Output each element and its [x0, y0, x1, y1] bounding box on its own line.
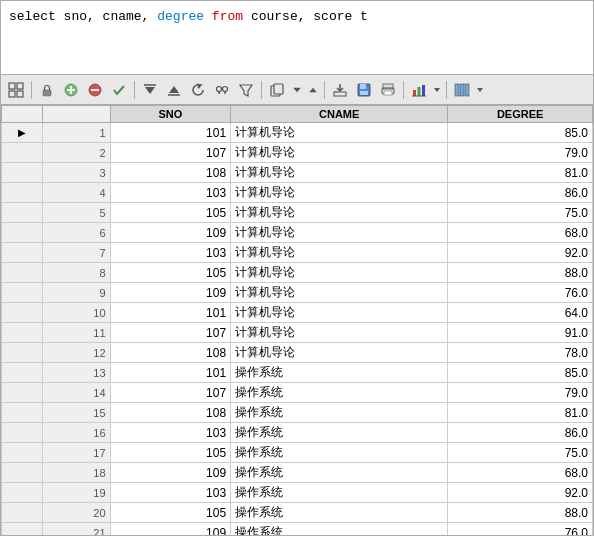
cell-degree[interactable]: 86.0	[448, 183, 593, 203]
table-row[interactable]: 8105计算机导论88.0	[2, 263, 593, 283]
cell-sno[interactable]: 109	[110, 223, 231, 243]
cell-cname[interactable]: 计算机导论	[231, 323, 448, 343]
cell-degree[interactable]: 81.0	[448, 403, 593, 423]
search-button[interactable]	[211, 79, 233, 101]
cell-cname[interactable]: 计算机导论	[231, 163, 448, 183]
cell-cname[interactable]: 操作系统	[231, 363, 448, 383]
cell-cname[interactable]: 计算机导论	[231, 143, 448, 163]
cell-degree[interactable]: 75.0	[448, 203, 593, 223]
cell-cname[interactable]: 计算机导论	[231, 243, 448, 263]
cell-degree[interactable]: 76.0	[448, 283, 593, 303]
cell-degree[interactable]: 85.0	[448, 363, 593, 383]
cell-cname[interactable]: 操作系统	[231, 463, 448, 483]
cell-sno[interactable]: 105	[110, 203, 231, 223]
cell-degree[interactable]: 85.0	[448, 123, 593, 143]
cell-sno[interactable]: 101	[110, 303, 231, 323]
cell-cname[interactable]: 计算机导论	[231, 123, 448, 143]
cell-cname[interactable]: 操作系统	[231, 423, 448, 443]
table-row[interactable]: 9109计算机导论76.0	[2, 283, 593, 303]
cell-sno[interactable]: 103	[110, 423, 231, 443]
cell-degree[interactable]: 79.0	[448, 143, 593, 163]
sort-asc-button[interactable]	[163, 79, 185, 101]
apply-button[interactable]	[108, 79, 130, 101]
cell-sno[interactable]: 109	[110, 523, 231, 537]
cell-cname[interactable]: 计算机导论	[231, 283, 448, 303]
table-row[interactable]: 16103操作系统86.0	[2, 423, 593, 443]
cell-sno[interactable]: 105	[110, 443, 231, 463]
cell-sno[interactable]: 107	[110, 143, 231, 163]
cell-sno[interactable]: 109	[110, 463, 231, 483]
table-row[interactable]: 7103计算机导论92.0	[2, 243, 593, 263]
columns-dropdown-button[interactable]	[475, 79, 485, 101]
table-row[interactable]: 19103操作系统92.0	[2, 483, 593, 503]
cell-sno[interactable]: 101	[110, 123, 231, 143]
cell-sno[interactable]: 109	[110, 283, 231, 303]
cell-sno[interactable]: 105	[110, 263, 231, 283]
table-row[interactable]: 3108计算机导论81.0	[2, 163, 593, 183]
cell-cname[interactable]: 操作系统	[231, 483, 448, 503]
refresh-button[interactable]	[187, 79, 209, 101]
cell-degree[interactable]: 91.0	[448, 323, 593, 343]
cell-degree[interactable]: 75.0	[448, 443, 593, 463]
cell-degree[interactable]: 64.0	[448, 303, 593, 323]
table-row[interactable]: 4103计算机导论86.0	[2, 183, 593, 203]
expand-button[interactable]	[290, 79, 304, 101]
cell-cname[interactable]: 计算机导论	[231, 223, 448, 243]
table-row[interactable]: 14107操作系统79.0	[2, 383, 593, 403]
sort-desc-button[interactable]	[139, 79, 161, 101]
lock-button[interactable]	[36, 79, 58, 101]
table-row[interactable]: 6109计算机导论68.0	[2, 223, 593, 243]
data-grid[interactable]: SNO CNAME DEGREE ▶1101计算机导论85.02107计算机导论…	[0, 105, 594, 536]
cell-sno[interactable]: 103	[110, 483, 231, 503]
sql-editor[interactable]: select sno, cname, degree from course, s…	[0, 0, 594, 75]
cname-header[interactable]: CNAME	[231, 106, 448, 123]
cell-degree[interactable]: 81.0	[448, 163, 593, 183]
cell-sno[interactable]: 108	[110, 403, 231, 423]
cell-degree[interactable]: 88.0	[448, 263, 593, 283]
cell-cname[interactable]: 操作系统	[231, 443, 448, 463]
cell-cname[interactable]: 计算机导论	[231, 263, 448, 283]
cell-sno[interactable]: 108	[110, 343, 231, 363]
table-row[interactable]: 12108计算机导论78.0	[2, 343, 593, 363]
add-button[interactable]	[60, 79, 82, 101]
cell-degree[interactable]: 92.0	[448, 483, 593, 503]
table-row[interactable]: 21109操作系统76.0	[2, 523, 593, 537]
cell-cname[interactable]: 操作系统	[231, 403, 448, 423]
cell-cname[interactable]: 计算机导论	[231, 203, 448, 223]
sno-header[interactable]: SNO	[110, 106, 231, 123]
cell-sno[interactable]: 105	[110, 503, 231, 523]
cell-sno[interactable]: 107	[110, 323, 231, 343]
cell-sno[interactable]: 107	[110, 383, 231, 403]
cell-cname[interactable]: 计算机导论	[231, 183, 448, 203]
columns-button[interactable]	[451, 79, 473, 101]
cell-cname[interactable]: 计算机导论	[231, 343, 448, 363]
degree-header[interactable]: DEGREE	[448, 106, 593, 123]
save-button[interactable]	[353, 79, 375, 101]
copy-button[interactable]	[266, 79, 288, 101]
cell-degree[interactable]: 68.0	[448, 463, 593, 483]
cell-degree[interactable]: 88.0	[448, 503, 593, 523]
table-row[interactable]: 11107计算机导论91.0	[2, 323, 593, 343]
print-button[interactable]	[377, 79, 399, 101]
cell-sno[interactable]: 103	[110, 183, 231, 203]
table-row[interactable]: 17105操作系统75.0	[2, 443, 593, 463]
cell-degree[interactable]: 79.0	[448, 383, 593, 403]
collapse-button[interactable]	[306, 79, 320, 101]
filter-button[interactable]	[235, 79, 257, 101]
table-row[interactable]: 10101计算机导论64.0	[2, 303, 593, 323]
cell-cname[interactable]: 计算机导论	[231, 303, 448, 323]
remove-button[interactable]	[84, 79, 106, 101]
export-button[interactable]	[329, 79, 351, 101]
table-row[interactable]: 20105操作系统88.0	[2, 503, 593, 523]
cell-sno[interactable]: 101	[110, 363, 231, 383]
table-row[interactable]: 13101操作系统85.0	[2, 363, 593, 383]
cell-degree[interactable]: 68.0	[448, 223, 593, 243]
cell-cname[interactable]: 操作系统	[231, 523, 448, 537]
cell-sno[interactable]: 103	[110, 243, 231, 263]
table-row[interactable]: 2107计算机导论79.0	[2, 143, 593, 163]
table-row[interactable]: 18109操作系统68.0	[2, 463, 593, 483]
cell-cname[interactable]: 操作系统	[231, 503, 448, 523]
cell-degree[interactable]: 92.0	[448, 243, 593, 263]
table-row[interactable]: 15108操作系统81.0	[2, 403, 593, 423]
table-row[interactable]: ▶1101计算机导论85.0	[2, 123, 593, 143]
